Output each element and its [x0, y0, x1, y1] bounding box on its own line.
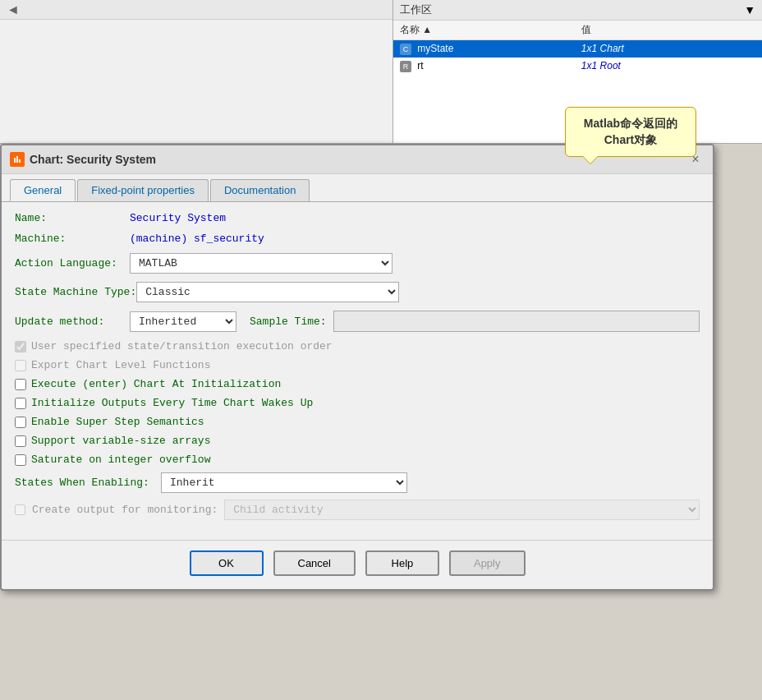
col-value-header: 值: [575, 21, 727, 40]
dialog-title: Chart: Security System: [30, 153, 156, 166]
dialog-title-left: Chart: Security System: [10, 152, 156, 167]
col-extra-header: [727, 21, 762, 40]
checkbox-label-3: Execute (enter) Chart At Initialization: [31, 378, 281, 390]
checkbox-4[interactable]: [15, 398, 26, 409]
name-row: Name: Security System: [15, 212, 700, 224]
checkbox-5[interactable]: [15, 417, 26, 428]
checkbox-row-4: Initialize Outputs Every Time Chart Wake…: [15, 397, 700, 409]
action-language-label: Action Language:: [15, 257, 130, 269]
checkbox-6[interactable]: [15, 435, 26, 447]
workspace-left-arrow: ◄: [7, 2, 20, 17]
apply-button[interactable]: Apply: [449, 550, 526, 576]
ok-button[interactable]: OK: [190, 550, 264, 576]
checkbox-label-1: User specified state/transition executio…: [31, 340, 333, 352]
update-method-row: Update method: Inherited Discrete Contin…: [15, 311, 700, 332]
checkbox-label-7: Saturate on integer overflow: [31, 454, 210, 466]
dialog-footer: OK Cancel Help Apply: [2, 540, 713, 589]
checkbox-label-5: Enable Super Step Semantics: [31, 416, 204, 428]
states-when-label: States When Enabling:: [15, 477, 154, 489]
help-button[interactable]: Help: [365, 550, 439, 576]
checkbox-1[interactable]: [15, 341, 26, 352]
machine-row: Machine: (machine) sf_security: [15, 233, 700, 245]
sample-time-label: Sample Time:: [250, 315, 327, 328]
callout-tooltip: Matlab命令返回的Chart对象: [565, 107, 696, 157]
apply-label: Apply: [474, 557, 501, 569]
checkbox-row-3: Execute (enter) Chart At Initialization: [15, 378, 700, 390]
state-machine-type-row: State Machine Type: Classic Mealy Moore: [15, 282, 700, 302]
tabs-bar: General Fixed-point properties Documenta…: [2, 174, 713, 202]
machine-value: (machine) sf_security: [130, 233, 264, 245]
workspace-title-bar: 工作区 ▼: [393, 0, 762, 21]
checkbox-row-5: Enable Super Step Semantics: [15, 416, 700, 428]
tab-general[interactable]: General: [10, 179, 76, 201]
dialog-app-icon: [10, 152, 25, 167]
tab-documentation[interactable]: Documentation: [210, 179, 310, 201]
action-language-row: Action Language: MATLAB C: [15, 253, 700, 274]
workspace-cell-value-2: 1x1 Root: [575, 58, 727, 75]
checkbox-label-6: Support variable-size arrays: [31, 435, 210, 447]
chart-icon: C: [400, 44, 411, 55]
workspace-cell-extra-2: [727, 58, 762, 75]
sample-time-input[interactable]: [333, 311, 700, 332]
root-icon: R: [400, 61, 411, 72]
create-output-checkbox[interactable]: [15, 504, 25, 515]
checkbox-2[interactable]: [15, 360, 26, 371]
update-method-select[interactable]: Inherited Discrete Continuous: [130, 311, 236, 332]
tab-fixed-point[interactable]: Fixed-point properties: [77, 179, 209, 201]
col-name-header: 名称 ▲: [393, 21, 575, 40]
name-value: Security System: [130, 212, 226, 224]
workspace-cell-name-1: C myState: [393, 40, 575, 58]
ok-label: OK: [218, 557, 234, 569]
machine-label: Machine:: [15, 233, 130, 245]
help-label: Help: [392, 557, 414, 569]
checkbox-row-2: Export Chart Level Functions: [15, 359, 700, 371]
workspace-cell-extra-1: [727, 40, 762, 58]
state-machine-type-select[interactable]: Classic Mealy Moore: [136, 282, 399, 302]
workspace-cell-name-2: R rt: [393, 58, 575, 75]
dialog-body: Name: Security System Machine: (machine)…: [2, 202, 713, 537]
svg-rect-1: [14, 158, 16, 163]
create-output-select[interactable]: Child activity None: [224, 500, 700, 520]
checkbox-row-1: User specified state/transition executio…: [15, 340, 700, 352]
checkbox-row-6: Support variable-size arrays: [15, 435, 700, 447]
states-when-select[interactable]: Inherit Reset Hold: [161, 472, 407, 493]
checkbox-7[interactable]: [15, 454, 26, 466]
update-method-label: Update method:: [15, 315, 130, 328]
svg-rect-2: [16, 156, 18, 163]
workspace-title: 工作区: [400, 2, 432, 17]
action-language-select[interactable]: MATLAB C: [130, 253, 392, 274]
create-output-label: Create output for monitoring:: [32, 504, 218, 516]
svg-rect-3: [19, 159, 21, 163]
checkbox-label-4: Initialize Outputs Every Time Chart Wake…: [31, 397, 313, 409]
workspace-row-rt[interactable]: R rt 1x1 Root: [393, 58, 762, 75]
create-output-row: Create output for monitoring: Child acti…: [15, 500, 700, 520]
checkbox-row-7: Saturate on integer overflow: [15, 454, 700, 466]
checkbox-label-2: Export Chart Level Functions: [31, 359, 210, 371]
state-machine-type-label: State Machine Type:: [15, 286, 136, 298]
cancel-button[interactable]: Cancel: [273, 550, 356, 576]
cancel-label: Cancel: [298, 557, 331, 569]
workspace-table: 名称 ▲ 值 C myState 1x1 Chart: [393, 21, 762, 75]
chart-dialog: Chart: Security System × General Fixed-p…: [0, 144, 714, 591]
states-when-row: States When Enabling: Inherit Reset Hold: [15, 472, 700, 493]
workspace-row-mystate[interactable]: C myState 1x1 Chart: [393, 40, 762, 58]
name-label: Name:: [15, 212, 130, 224]
workspace-cell-value-1: 1x1 Chart: [575, 40, 727, 58]
checkbox-3[interactable]: [15, 379, 26, 390]
workspace-dropdown-icon[interactable]: ▼: [744, 3, 755, 16]
